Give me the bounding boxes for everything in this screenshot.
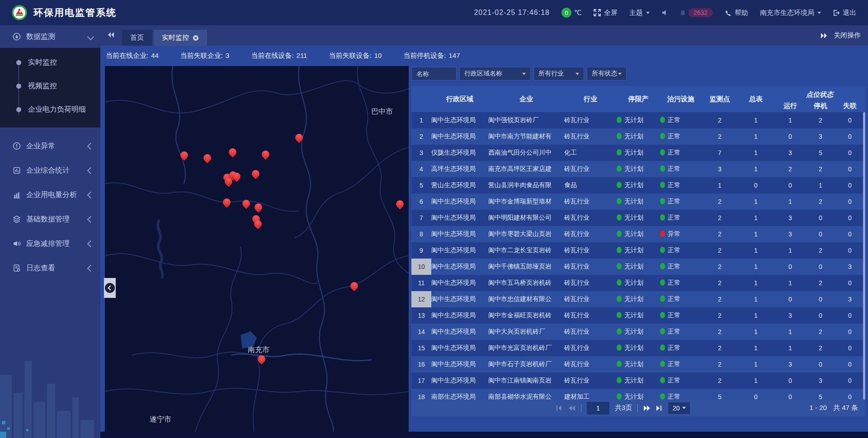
last-page-button[interactable] xyxy=(656,405,663,411)
lost-cell: 0 xyxy=(835,231,865,238)
region-cell: 南部生态环境局 xyxy=(431,393,488,400)
table-row[interactable]: 18南部生态环境局南部县砌华水泥有限公建材加工无计划正常50050 xyxy=(411,389,865,400)
sidebar-item-basic-data[interactable]: 基础数据管理 xyxy=(0,207,100,231)
sidebar-item-data-monitor[interactable]: 数据监测 xyxy=(0,25,100,48)
page-number-input[interactable] xyxy=(587,402,609,414)
region-cell: 高坪生态环境局 xyxy=(431,165,488,173)
industry-cell: 化工 xyxy=(564,149,617,157)
limit-status-cell: 无计划 xyxy=(617,149,660,157)
tab-realtime-monitor[interactable]: 实时监控 xyxy=(154,30,207,46)
table-row[interactable]: 15阆中生态环境局阆中市光富页岩机砖厂砖瓦行业无计划正常21120 xyxy=(411,340,865,356)
row-number-cell: 15 xyxy=(411,340,431,356)
points-cell: 2 xyxy=(702,133,738,140)
map-collapse-button[interactable] xyxy=(104,278,116,298)
table-row[interactable]: 2阆中生态环境局阆中市南方节能建材有砖瓦行业无计划正常21030 xyxy=(411,128,865,145)
bullet-icon xyxy=(16,107,21,112)
chevron-left-icon xyxy=(87,240,94,247)
status-dot-icon xyxy=(660,182,665,188)
tab-home[interactable]: 首页 xyxy=(122,30,152,46)
sidebar-item-realtime-monitor[interactable]: 实时监控 xyxy=(0,51,100,74)
chevron-down-icon xyxy=(87,33,94,40)
status-dot-icon xyxy=(660,296,665,302)
close-icon[interactable] xyxy=(193,35,199,41)
sidebar-item-company-statistics[interactable]: 企业综合统计 xyxy=(0,158,100,183)
status-select[interactable]: 所有状态 xyxy=(587,67,627,80)
lost-cell: 0 xyxy=(835,198,865,205)
limit-status-cell: 无计划 xyxy=(617,263,660,271)
theme-dropdown[interactable]: 主题 xyxy=(629,9,650,17)
stat-value: 147 xyxy=(449,52,460,60)
next-page-button[interactable] xyxy=(643,405,651,411)
first-page-button[interactable] xyxy=(556,405,563,411)
status-dot-icon xyxy=(617,133,622,139)
table-row[interactable]: 7阆中生态环境局阆中明阳建材有限公司砖瓦行业无计划正常21300 xyxy=(411,210,865,226)
table-scrollbar[interactable] xyxy=(863,112,865,400)
region-cell: 营山生态环境局 xyxy=(431,181,488,189)
meters-cell: 1 xyxy=(738,361,774,368)
fullscreen-button[interactable]: 全屏 xyxy=(594,9,618,17)
row-number-cell: 4 xyxy=(411,161,431,177)
facility-status-cell: 正常 xyxy=(660,377,702,385)
table-row[interactable]: 3仪陇生态环境局西南油气田分公司川中化工无计划正常71350 xyxy=(411,145,865,161)
org-dropdown[interactable]: 南充市生态环境局 xyxy=(760,9,821,17)
stat-item: 当前失联设备:10 xyxy=(329,52,382,60)
run-cell: 1 xyxy=(774,279,807,287)
table-row[interactable]: 5营山生态环境局营山县润丰肉食品有限食品无计划正常10010 xyxy=(411,177,865,193)
stop-cell: 2 xyxy=(807,247,835,254)
table-row[interactable]: 8阆中生态环境局阆中市枣碧大梁山页岩砖瓦行业无计划异常21300 xyxy=(411,226,865,242)
phone-icon xyxy=(725,9,731,16)
logout-button[interactable]: 退出 xyxy=(833,9,856,17)
sidebar-item-power-load-detail[interactable]: 企业电力负荷明细 xyxy=(0,98,100,121)
table-row[interactable]: 4高坪生态环境局南充市高坪区王家店建砖瓦行业无计划正常31220 xyxy=(411,161,865,177)
temperature-badge: 0 ℃ xyxy=(561,8,582,18)
stop-cell: 0 xyxy=(807,361,835,368)
table-row[interactable]: 9阆中生态环境局阆中市二龙长宝页岩砖砖瓦行业无计划正常21120 xyxy=(411,242,865,259)
table-row[interactable]: 16阆中生态环境局阆中市石子页岩机砖厂砖瓦行业无计划正常21300 xyxy=(411,356,865,372)
previous-page-button[interactable] xyxy=(568,405,576,411)
notification-badge[interactable]: 2632 xyxy=(679,8,713,17)
points-cell: 2 xyxy=(702,377,738,384)
table-row[interactable]: 17阆中生态环境局阆中市江南镇阆南页岩砖瓦行业无计划正常21030 xyxy=(411,372,865,389)
company-cell: 阆中市二龙长宝页岩砖 xyxy=(488,246,564,254)
tabs-scroll-left-button[interactable] xyxy=(108,32,115,40)
sidebar: 数据监测 实时监控 视频监控 企业电力负荷明细 企业异常 xyxy=(0,25,100,438)
sidebar-item-company-abnormal[interactable]: 企业异常 xyxy=(0,134,100,158)
page-size-select[interactable]: 20 xyxy=(668,402,690,414)
row-number-cell: 2 xyxy=(411,128,431,145)
region-cell: 阆中生态环境局 xyxy=(431,295,488,303)
region-cell: 阆中生态环境局 xyxy=(431,214,488,222)
run-cell: 0 xyxy=(774,182,807,189)
table-row[interactable]: 10阆中生态环境局阆中千佛镇五郎垭页岩砖瓦行业无计划正常21003 xyxy=(411,259,865,275)
company-cell: 西南油气田分公司川中 xyxy=(488,149,564,157)
points-cell: 7 xyxy=(702,149,738,156)
sidebar-item-video-monitor[interactable]: 视频监控 xyxy=(0,74,100,98)
bottom-strip xyxy=(100,432,868,438)
mute-button[interactable] xyxy=(661,9,668,16)
table-row[interactable]: 1阆中生态环境局阆中强锐页岩砖厂砖瓦行业无计划正常21120 xyxy=(411,112,865,128)
map-panel[interactable]: 巴中市南充市遂宁市 xyxy=(105,66,409,432)
chevron-left-icon xyxy=(87,142,94,150)
industry-select[interactable]: 所有行业 xyxy=(533,67,584,80)
sidebar-item-emergency-reduction[interactable]: 应急减排管理 xyxy=(0,231,100,256)
status-dot-icon xyxy=(660,263,665,269)
meters-cell: 0 xyxy=(738,393,774,400)
close-operations-button[interactable]: 关闭操作 xyxy=(820,31,868,40)
lost-cell: 0 xyxy=(835,117,865,124)
limit-status-cell: 无计划 xyxy=(617,328,660,336)
sidebar-item-power-analysis[interactable]: 企业用电量分析 xyxy=(0,183,100,207)
region-cell: 仪陇生态环境局 xyxy=(431,149,488,157)
status-dot-icon xyxy=(660,133,665,139)
table-row[interactable]: 6阆中生态环境局阆中市金博瑞新型墙材砖瓦行业无计划正常21120 xyxy=(411,193,865,210)
region-select[interactable]: 行政区域名称 xyxy=(459,67,531,80)
sidebar-item-log-view[interactable]: 日志查看 xyxy=(0,256,100,280)
table-row[interactable]: 14阆中生态环境局阆中大兴页岩机砖厂砖瓦行业无计划正常21120 xyxy=(411,324,865,340)
help-button[interactable]: 帮助 xyxy=(725,9,748,17)
stop-cell: 2 xyxy=(807,165,835,173)
table-row[interactable]: 12阆中生态环境局阆中市忠信建材有限公砖瓦行业无计划正常21003 xyxy=(411,291,865,307)
meters-cell: 1 xyxy=(738,344,774,352)
table-row[interactable]: 13阆中生态环境局阆中市金福旺页岩机砖砖瓦行业无计划正常21300 xyxy=(411,307,865,324)
name-search-input[interactable] xyxy=(411,67,457,80)
industry-cell: 砖瓦行业 xyxy=(564,328,617,336)
facility-status-cell: 正常 xyxy=(660,165,702,173)
table-row[interactable]: 11阆中生态环境局阆中市五马桥页岩机砖砖瓦行业无计划正常21120 xyxy=(411,275,865,291)
